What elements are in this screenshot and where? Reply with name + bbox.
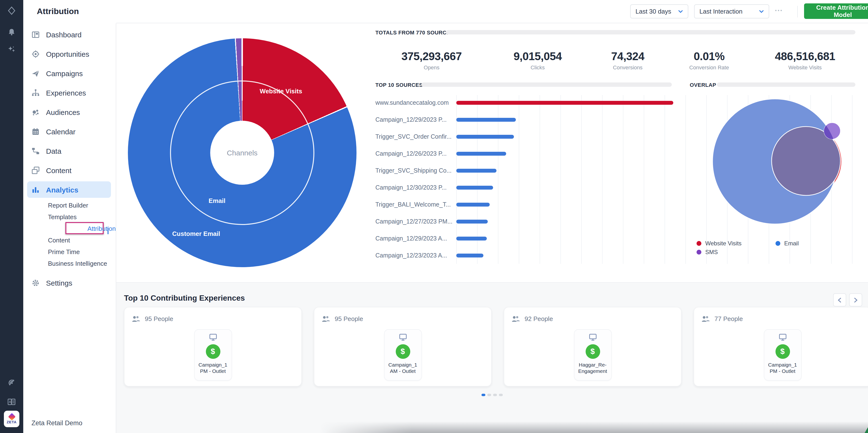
source-link[interactable]: Trigger_SVC_Shipping Co...	[375, 167, 453, 174]
notifications-bell-icon[interactable]	[7, 28, 16, 36]
sparkles-icon[interactable]	[7, 45, 16, 54]
legend-dot	[775, 241, 780, 246]
sidebar-item-data[interactable]: Data	[23, 141, 116, 161]
page-dot[interactable]	[499, 394, 503, 396]
sidebar-item-label: Opportunities	[46, 50, 89, 58]
source-bar[interactable]	[456, 220, 488, 223]
sidebar-item-analytics[interactable]: Analytics	[27, 181, 111, 198]
sidebar-subitem-attribution[interactable]: Attribution	[23, 223, 116, 234]
attribution-model-value: Last Interaction	[700, 8, 743, 15]
sidebar-item-campaigns[interactable]: Campaigns	[23, 63, 116, 83]
knowledge-base-book-icon[interactable]: A	[7, 398, 16, 406]
sidebar-subitem-label: Attribution	[87, 225, 116, 232]
source-link[interactable]: Trigger_BALI_Welcome_T...	[375, 201, 453, 208]
chevron-right-icon	[854, 297, 858, 303]
gear-icon	[31, 279, 40, 287]
carousel-next-button[interactable]	[849, 293, 862, 307]
carousel-pagination	[482, 394, 503, 396]
experience-node[interactable]: $ Campaign_1PM - Outlet	[764, 330, 801, 380]
zeta-account-logo[interactable]: ZETA	[4, 411, 20, 427]
page-dot[interactable]	[493, 394, 497, 396]
account-name[interactable]: Zeta Retail Demo	[31, 420, 82, 427]
source-link[interactable]: Campaign_12/29/2023 A...	[375, 235, 453, 242]
donut-label-website-visits: Website Visits	[259, 88, 302, 95]
source-bar[interactable]	[456, 236, 487, 240]
attribution-model-dropdown[interactable]: Last Interaction	[694, 4, 769, 19]
paper-plane-icon	[31, 69, 40, 77]
source-bar[interactable]	[456, 185, 493, 189]
below-fold-shadow	[320, 421, 868, 433]
people-count: 95 People	[335, 315, 363, 322]
sidebar-subitem-content[interactable]: Content	[23, 234, 116, 246]
top-sources-header-rule	[422, 82, 672, 87]
monitor-icon	[779, 334, 786, 341]
sidebar-subitem-business-intelligence[interactable]: Business Intelligence	[23, 257, 116, 269]
experience-node[interactable]: $ Campaign_1PM - Outlet	[194, 330, 231, 380]
conversion-dollar-icon: $	[775, 344, 790, 359]
source-link[interactable]: Trigger_SVC_Order Confir...	[375, 133, 453, 140]
sidebar-item-dashboard[interactable]: Dashboard	[23, 25, 116, 44]
sidebar-item-calendar[interactable]: Calendar	[23, 122, 116, 141]
zeta-logo-diamond-icon	[8, 413, 15, 420]
source-link[interactable]: Campaign_12/29/2023 P...	[375, 116, 453, 123]
source-bar[interactable]	[456, 100, 673, 105]
source-bar[interactable]	[456, 135, 514, 139]
sidebar-item-settings[interactable]: Settings	[23, 273, 116, 292]
signal-status-icon[interactable]	[7, 378, 16, 387]
source-bar[interactable]	[456, 169, 496, 172]
zeta-diamond-logo-icon[interactable]	[7, 6, 16, 15]
experience-node[interactable]: $ Campaign_1AM - Outlet	[384, 330, 421, 380]
source-bar[interactable]	[456, 202, 490, 206]
overlap-header-rule	[717, 82, 856, 87]
dashboard-icon	[31, 30, 40, 38]
sidebar-subitem-prime-time[interactable]: Prime Time	[23, 246, 116, 257]
source-link[interactable]: Campaign_12/27/2023 PM...	[375, 218, 453, 225]
people-icon	[321, 315, 330, 322]
page-title: Attribution	[37, 7, 79, 17]
experience-card[interactable]: 77 People $ Campaign_1PM - Outlet	[693, 307, 868, 386]
sidebar-item-label: Audiences	[46, 108, 80, 116]
source-link[interactable]: www.sundancecatalog.com	[375, 99, 453, 106]
monitor-icon	[589, 334, 596, 341]
source-row: Campaign_12/23/2023 A...	[375, 247, 856, 264]
copy-stack-icon	[31, 166, 40, 174]
stat-opens: 375,293,667Opens	[401, 50, 462, 70]
people-count: 95 People	[145, 315, 173, 322]
target-icon	[31, 50, 40, 58]
people-count: 92 People	[525, 315, 553, 322]
sidebar-subitem-report-builder[interactable]: Report Builder	[23, 199, 116, 211]
sidebar-item-label: Content	[46, 166, 71, 174]
sidebar-item-content[interactable]: Content	[23, 161, 116, 180]
experience-card[interactable]: 92 People $ Haggar_Re-Engagement	[504, 307, 682, 386]
chevron-down-icon	[678, 10, 683, 13]
experience-card[interactable]: 95 People $ Campaign_1AM - Outlet	[314, 307, 492, 386]
page-dot[interactable]	[482, 394, 485, 396]
sidebar-item-audiences[interactable]: Audiences	[23, 102, 116, 122]
carousel-prev-button[interactable]	[833, 293, 846, 307]
source-bar[interactable]	[456, 118, 516, 121]
create-attribution-model-button[interactable]: Create Attribution Model	[804, 3, 868, 19]
sidebar-item-label: Settings	[46, 279, 72, 287]
experience-node[interactable]: $ Haggar_Re-Engagement	[574, 330, 611, 380]
sidebar: Dashboard Opportunities Campaigns Experi…	[23, 0, 116, 433]
experience-card[interactable]: 95 People $ Campaign_1PM - Outlet	[124, 307, 302, 386]
sidebar-item-label: Dashboard	[46, 30, 82, 38]
source-bar[interactable]	[456, 253, 484, 257]
sidebar-item-label: Analytics	[46, 185, 78, 194]
date-range-dropdown[interactable]: Last 30 days	[630, 4, 688, 19]
source-link[interactable]: Campaign_12/26/2023 P...	[375, 150, 453, 157]
overlap-venn-diagram	[688, 92, 856, 238]
more-options-button[interactable]: •••	[775, 8, 783, 13]
sidebar-item-opportunities[interactable]: Opportunities	[23, 44, 116, 63]
sidebar-item-experiences[interactable]: Experiences	[23, 83, 116, 102]
page-dot[interactable]	[487, 394, 491, 396]
topbar-bottom-border	[116, 23, 868, 23]
sidebar-subitem-templates[interactable]: Templates	[23, 211, 116, 223]
source-link[interactable]: Campaign_12/23/2023 A...	[375, 252, 453, 259]
sidebar-item-label: Data	[46, 147, 61, 155]
experiences-section-title: Top 10 Contributing Experiences	[124, 294, 245, 302]
chevron-left-icon	[837, 297, 842, 303]
source-link[interactable]: Campaign_12/30/2023 P...	[375, 184, 453, 191]
monitor-icon	[209, 334, 217, 341]
source-bar[interactable]	[456, 151, 506, 155]
